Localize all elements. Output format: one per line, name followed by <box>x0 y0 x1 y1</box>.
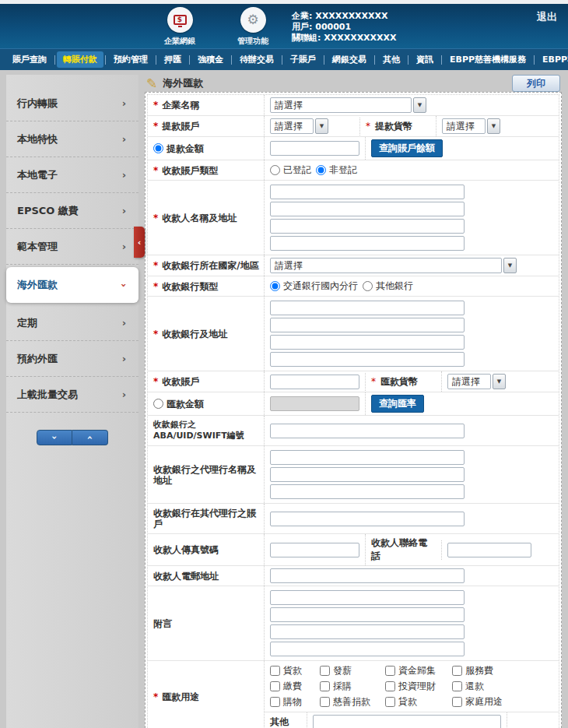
company-name-select[interactable]: 請選擇 ▼ <box>270 97 426 113</box>
nav-tab-transfer-payment[interactable]: 轉賬付款 <box>57 51 103 68</box>
purpose-other-input[interactable] <box>313 715 501 728</box>
payee-name-address-input-3[interactable] <box>270 219 465 234</box>
sidebar-item-intrabank-transfer[interactable]: 行内轉賬› <box>6 86 138 121</box>
chevron-left-icon: ‹ <box>138 237 142 248</box>
nav-tab-ebpp-customer[interactable]: EBPP客戶服務 <box>536 51 568 68</box>
remit-currency-select[interactable]: 請選擇 ▼ <box>447 374 506 389</box>
purpose-checkbox-procurement[interactable]: 採購 <box>320 680 385 693</box>
sidebar-item-time-deposit[interactable]: 定期› <box>6 305 138 341</box>
check-balance-button[interactable]: 查詢賬戶餘額 <box>371 139 443 157</box>
payee-name-address-input-2[interactable] <box>270 202 465 216</box>
nav-separator <box>54 55 55 65</box>
nav-separator <box>282 55 282 65</box>
payee-email-input[interactable] <box>270 568 465 583</box>
nav-tab-account-inquiry[interactable]: 賬戶查詢 <box>6 51 53 68</box>
sidebar-item-batch-upload[interactable]: 上載批量交易› <box>6 377 138 413</box>
logout-button[interactable]: 退出 <box>537 10 557 24</box>
scroll-up-button[interactable]: › <box>72 430 108 445</box>
purpose-checkbox-charity[interactable]: 慈善捐款 <box>320 695 385 709</box>
unregistered-radio[interactable]: 非登記 <box>316 164 357 177</box>
nav-tab-bills[interactable]: 押匯 <box>158 51 188 68</box>
payee-bank-country-select[interactable]: 請選擇 ▼ <box>270 258 517 273</box>
corporate-banking-button[interactable]: $ 企業網銀 <box>156 7 204 47</box>
nav-tab-sub-accounts[interactable]: 子賬戶 <box>284 51 322 68</box>
collapse-sidebar-button[interactable]: ‹ <box>134 227 145 258</box>
print-button[interactable]: 列印 <box>512 75 560 92</box>
sidebar-item-overseas-remittance[interactable]: 海外匯款› <box>6 267 138 303</box>
nav-tab-mpf[interactable]: 強積金 <box>191 51 230 68</box>
payee-bank-address-input-3[interactable] <box>270 335 465 350</box>
registered-radio[interactable]: 已登記 <box>270 164 311 177</box>
purpose-label: 匯款用途 <box>162 691 199 702</box>
payee-bank-address-input-4[interactable] <box>270 352 465 367</box>
sidebar-item-epsco-payment[interactable]: EPSCO 繳費› <box>6 193 138 229</box>
check-rate-button[interactable]: 查詢匯率 <box>371 395 424 413</box>
sidebar-item-fx-appointment[interactable]: 預約外匯› <box>6 341 138 377</box>
message-input-3[interactable] <box>270 624 465 639</box>
payee-bank-country-label: 收款銀行所在國家/地區 <box>162 260 258 271</box>
nav-tab-info[interactable]: 資訊 <box>410 51 440 68</box>
payee-phone-input[interactable] <box>447 543 531 557</box>
purpose-checkbox-shopping[interactable]: 購物 <box>270 695 320 709</box>
payee-account-input[interactable] <box>270 375 359 389</box>
payee-name-address-input-1[interactable] <box>270 185 465 199</box>
message-input-4[interactable] <box>270 642 465 656</box>
dropdown-arrow-icon[interactable]: ▼ <box>315 118 328 134</box>
message-input-1[interactable] <box>270 590 465 605</box>
nav-tab-others[interactable]: 其他 <box>377 51 406 68</box>
purpose-checkbox-repayment[interactable]: 還款 <box>452 680 553 693</box>
user-info: 企業: XXXXXXXXXXX 用戶: 000001 關聯組: XXXXXXXX… <box>292 11 397 44</box>
payee-bank-type-label: 收款銀行類型 <box>162 281 218 292</box>
dropdown-arrow-icon[interactable]: ▼ <box>493 374 506 389</box>
debit-amount-input[interactable] <box>270 141 359 156</box>
purpose-checkbox-payroll[interactable]: 發薪 <box>320 664 385 677</box>
purpose-checkbox-goods[interactable]: 貨款 <box>270 664 320 677</box>
purpose-checkbox-loan[interactable]: 貸款 <box>385 695 452 709</box>
bocom-branch-radio[interactable]: 交通銀行國內分行 <box>270 280 358 293</box>
purpose-checkbox-family[interactable]: 家庭用途 <box>452 695 553 709</box>
row-message: 附言 <box>148 586 559 661</box>
purpose-checkbox-service-fee[interactable]: 服務費 <box>452 664 553 677</box>
chevron-down-icon: › <box>49 436 60 440</box>
nav-tab-ebpp-charity[interactable]: EBPP慈善機構服務 <box>444 51 532 68</box>
dropdown-arrow-icon[interactable]: ▼ <box>503 258 517 273</box>
dropdown-arrow-icon[interactable]: ▼ <box>413 97 426 113</box>
message-input-2[interactable] <box>270 607 465 622</box>
purpose-checkbox-fund-pooling[interactable]: 資金歸集 <box>385 664 452 677</box>
purpose-checkbox-bill-payment[interactable]: 繳費 <box>270 680 320 693</box>
nav-tab-pending-transactions[interactable]: 待辦交易 <box>233 51 280 68</box>
swift-code-input[interactable] <box>270 424 465 438</box>
sidebar-item-local-electronic[interactable]: 本地電子› <box>6 157 138 193</box>
chevron-right-icon: › <box>122 133 126 145</box>
payee-bank-address-input-2[interactable] <box>270 318 465 332</box>
payee-email-label: 收款人電郵地址 <box>153 571 219 582</box>
debit-amount-radio[interactable] <box>153 143 163 153</box>
nav-tab-ebanking-transactions[interactable]: 網銀交易 <box>326 51 373 68</box>
payee-bank-address-input-1[interactable] <box>270 301 465 315</box>
remit-amount-radio[interactable] <box>153 399 163 409</box>
debit-account-select[interactable]: 請選擇 ▼ <box>270 118 328 134</box>
user-line: 用戶: 000001 <box>292 22 397 33</box>
payee-phone-label: 收款人聯絡電話 <box>371 536 436 563</box>
scroll-down-button[interactable]: › <box>37 430 72 445</box>
monitor-dollar-icon: $ <box>167 7 193 33</box>
debit-currency-select[interactable]: 請選擇 ▼ <box>442 118 500 134</box>
row-payee-bank-type: *收款銀行類型 交通銀行國內分行 其他銀行 <box>148 276 559 297</box>
payee-name-address-input-4[interactable] <box>270 236 465 251</box>
payee-fax-label: 收款人傳真號碼 <box>153 544 219 555</box>
agent-bank-input-2[interactable] <box>270 467 465 482</box>
admin-functions-button[interactable]: ⚙ 管理功能 <box>229 7 277 47</box>
purpose-checkbox-investment[interactable]: 投資理財 <box>385 680 452 693</box>
nav-tab-appointment-mgmt[interactable]: 預約管理 <box>107 51 154 68</box>
payee-fax-input[interactable] <box>270 543 359 557</box>
header-icon-group: $ 企業網銀 ⚙ 管理功能 <box>156 7 277 47</box>
agent-bank-input-3[interactable] <box>270 484 465 499</box>
other-bank-radio[interactable]: 其他銀行 <box>363 280 413 293</box>
row-debit-amount: 提款金額 查詢賬戶餘額 <box>148 137 559 160</box>
sidebar-item-template-mgmt[interactable]: 範本管理› <box>6 229 138 265</box>
sidebar-item-local-express[interactable]: 本地特快› <box>6 121 138 157</box>
dropdown-arrow-icon[interactable]: ▼ <box>487 118 500 134</box>
agent-account-input[interactable] <box>270 512 465 526</box>
row-swift-code: 收款銀行之ABA/UID/SWIFT編號 <box>148 416 559 446</box>
agent-bank-input-1[interactable] <box>270 450 465 465</box>
